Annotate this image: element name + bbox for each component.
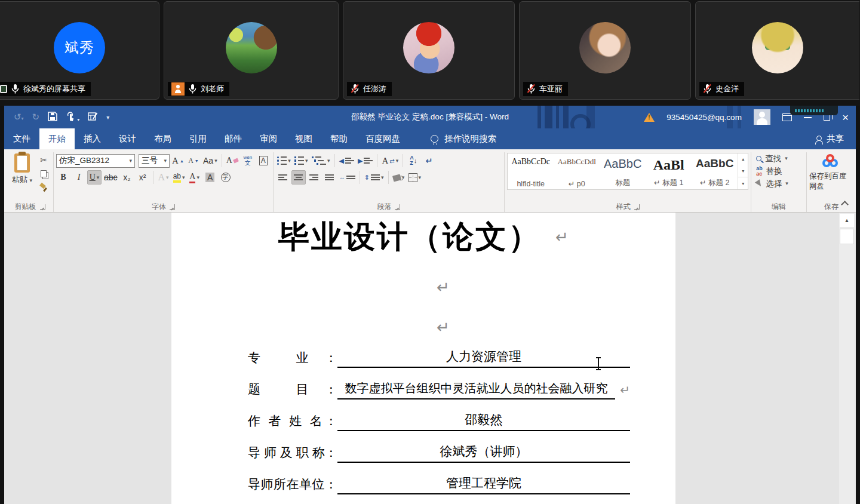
field-value: 管理工程学院 [337,475,630,494]
tab-layout[interactable]: 布局 [145,128,180,149]
search-label: 操作说明搜索 [444,133,496,145]
tell-me-search[interactable]: 操作说明搜索 [431,128,496,149]
meeting-toolbar-widget[interactable] [790,106,838,115]
tab-view[interactable]: 视图 [286,128,321,149]
style-p0[interactable]: AaBbCcDdl ↵ p0 [554,153,600,189]
decrease-indent-button[interactable]: ◀ [338,153,355,168]
document-page[interactable]: 毕业设计（论文） ↵ ↵ ↵ 专 业： 人力资源管理 题 目： 数字虚拟平台组织… [171,213,675,504]
qat-dropdown-icon[interactable]: ▾ [106,114,109,121]
font-size-combo[interactable]: 三号▾ [139,154,170,168]
copy-button[interactable] [36,167,51,180]
sort-button[interactable]: AZ↓ [406,153,420,168]
undo-icon[interactable]: ↺▾ [14,112,24,122]
style-heading2[interactable]: AaBbC ↵ 标题 2 [692,153,738,189]
style-heading1[interactable]: AaBl ↵ 标题 1 [646,153,692,189]
format-painter-button[interactable] [36,181,51,194]
touch-mode-icon[interactable]: ▾ [66,112,79,123]
clipboard-dialog-launcher[interactable] [40,204,45,210]
tab-design[interactable]: 设计 [110,128,145,149]
find-icon [756,156,761,161]
increase-indent-button[interactable]: ▶ [357,153,374,168]
participant-tile[interactable]: 刘老师 [164,1,339,100]
multilevel-list-button[interactable]: ▾ [311,153,331,168]
font-color-button[interactable]: A▾ [188,170,202,185]
bold-button[interactable]: B [56,170,70,185]
clear-formatting-button[interactable]: A [225,153,239,168]
avatar [403,22,454,73]
character-border-button[interactable]: A [256,153,271,168]
tab-baidu-netdisk[interactable]: 百度网盘 [357,128,409,149]
participant-tile[interactable]: 车亚丽 [519,1,691,100]
avatar [226,22,277,73]
numbering-button[interactable]: ▾ [293,153,309,168]
borders-button[interactable]: ▾ [407,170,423,185]
paragraph-dialog-launcher[interactable] [395,204,400,210]
strikethrough-button[interactable]: abc [103,170,119,185]
styles-dialog-launcher[interactable] [634,204,640,210]
replace-button[interactable]: abac替换 [754,165,804,177]
asian-layout-button[interactable]: A⇄▾ [380,153,400,168]
tab-help[interactable]: 帮助 [321,128,357,149]
cut-button[interactable]: ✂ [36,153,51,167]
styles-scroll-up[interactable]: ▴ [738,153,748,165]
font-name-combo[interactable]: 仿宋_GB2312▾ [56,154,135,168]
participant-tile[interactable]: 任澎涛 [343,1,515,100]
save-icon[interactable] [48,112,57,123]
share-button[interactable]: 共享 [815,128,856,149]
enclose-characters-button[interactable]: 字 [219,170,233,185]
participant-tile-screenshare[interactable]: 斌秀 徐斌秀的屏幕共享 [0,1,159,100]
field-row-department: 导师所在单位： 管理工程学院 [248,472,630,494]
superscript-button[interactable]: x² [136,170,150,185]
shading-button[interactable]: ▾ [392,170,406,185]
shrink-font-button[interactable]: A▼ [186,153,201,168]
scroll-up-button[interactable]: ▲ [840,214,854,227]
tab-mailings[interactable]: 邮件 [216,128,251,149]
customize-document-icon[interactable] [88,112,98,123]
grow-font-button[interactable]: A▲ [171,153,185,168]
minimize-button[interactable] [804,117,812,118]
tab-home[interactable]: 开始 [39,128,75,149]
scrollbar-thumb[interactable] [840,229,854,244]
mic-on-icon [11,84,20,94]
close-button[interactable]: × [842,112,849,123]
paste-button[interactable]: 粘贴 ▾ [9,152,35,194]
tab-references[interactable]: 引用 [180,128,216,149]
redo-icon[interactable]: ↻ [32,112,40,122]
field-label: 题 目： [248,381,337,399]
line-spacing-button[interactable]: ⇕▾ [363,170,385,185]
text-effects-button[interactable]: A▾ [156,170,171,185]
phonetic-guide-button[interactable]: wén文 [241,153,255,168]
account-avatar[interactable] [754,109,770,125]
justify-button[interactable] [322,170,337,185]
participant-tile[interactable]: 史金洋 [695,1,859,100]
paragraph-mark: ↵ [620,383,630,399]
italic-button[interactable]: I [72,170,86,185]
account-email[interactable]: 935450425@qq.com [666,113,742,122]
tab-file[interactable]: 文件 [4,128,39,149]
select-button[interactable]: 选择▾ [754,177,804,190]
style-hlfld-title[interactable]: AaBbCcDc hlfld-title [508,153,554,189]
character-shading-button[interactable]: A [203,170,217,185]
subscript-button[interactable]: x₂ [120,170,134,185]
field-label: 作 者 姓 名： [248,413,337,431]
change-case-button[interactable]: Aa▾ [202,153,219,168]
underline-button[interactable]: U▾ [87,170,102,185]
style-title[interactable]: AaBbC 标题 [600,153,646,189]
align-center-button[interactable] [291,170,306,185]
highlight-color-button[interactable]: ab▾ [172,170,186,185]
paragraph-mark: ↵ [437,278,450,296]
distribute-button[interactable]: ⇔ [338,170,357,185]
find-button[interactable]: 查找▾ [754,152,804,165]
styles-scroll-down[interactable]: ▾ [738,165,748,177]
tab-review[interactable]: 审阅 [251,128,286,149]
warning-icon[interactable] [644,113,655,122]
styles-more[interactable]: ▾ [738,177,748,189]
show-hide-marks-button[interactable]: ↵ [422,153,436,168]
vertical-scrollbar[interactable]: ▲ [839,213,855,504]
align-left-button[interactable] [276,170,290,185]
tab-insert[interactable]: 插入 [75,128,110,149]
bullets-button[interactable]: ▾ [276,153,292,168]
font-dialog-launcher[interactable] [170,204,175,210]
save-to-baidu-button[interactable]: 保存到百度网盘 [809,152,853,192]
align-right-button[interactable] [307,170,321,185]
